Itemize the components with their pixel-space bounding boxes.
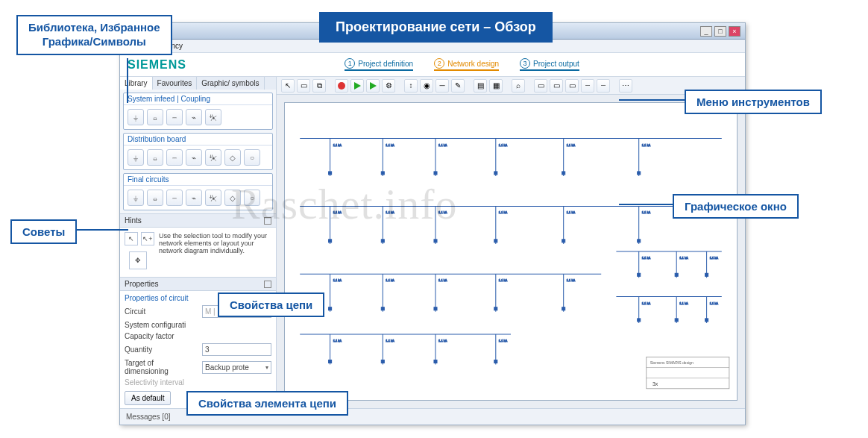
rect2-icon[interactable]: ▭	[550, 79, 563, 93]
step-number-icon: 3	[520, 58, 530, 69]
grid-icon[interactable]: ▦	[489, 79, 503, 93]
window-maximize-button[interactable]: □	[714, 26, 726, 37]
branch-icon[interactable]: ↕	[404, 79, 418, 93]
svg-rect-43	[638, 240, 641, 243]
library-symbol-icon[interactable]: ⏛	[147, 109, 163, 125]
svg-text:1.1 kA: 1.1 kA	[386, 339, 394, 342]
settings-icon[interactable]: ⚙	[382, 79, 395, 93]
edit-icon[interactable]: ✎	[451, 79, 465, 93]
svg-point-0	[338, 82, 345, 90]
library-symbol-icon[interactable]: ⏛	[147, 149, 163, 166]
cursor-icon[interactable]: ↖	[281, 79, 295, 93]
library-symbol-icon[interactable]: ⌁	[186, 109, 202, 125]
svg-text:1.1 kA: 1.1 kA	[333, 339, 342, 342]
svg-rect-31	[381, 240, 384, 243]
properties-title-text: Properties	[125, 280, 159, 288]
play-icon[interactable]	[350, 79, 364, 93]
network-diagram: 1.1 kA1.1 kA1.1 kA1.1 kA1.1 kA1.1 kA1.1 …	[285, 103, 737, 400]
library-symbol-icon[interactable]: ○	[244, 149, 260, 166]
library-symbol-icon[interactable]: ⏧	[205, 149, 221, 166]
svg-rect-61	[329, 360, 332, 363]
library-icons-row: ⏚⏛⎓⌁⏧◇○	[124, 186, 272, 210]
library-symbol-icon[interactable]: ⏚	[128, 109, 144, 125]
pin-icon[interactable]	[264, 281, 271, 288]
hints-panel-title: Hints	[120, 213, 276, 228]
play2-icon[interactable]	[366, 79, 380, 93]
svg-text:1.1 kA: 1.1 kA	[642, 256, 651, 260]
window-minimize-button[interactable]: _	[700, 26, 712, 37]
step-number-icon: 2	[434, 58, 444, 69]
node-icon[interactable]: ◉	[420, 79, 433, 93]
status-messages: Messages [0]	[126, 413, 170, 421]
step-label: Project definition	[358, 60, 413, 68]
prop-label-sysconf: System configurati	[125, 321, 199, 329]
library-icons-row: ⏚⏛⎓⌁⏧◇○	[124, 146, 272, 169]
drawing-sheet[interactable]: 1.1 kA1.1 kA1.1 kA1.1 kA1.1 kA1.1 kA1.1 …	[284, 102, 738, 401]
library-tab[interactable]: Graphic/ symbols	[197, 77, 264, 90]
svg-text:1.1 kA: 1.1 kA	[710, 301, 719, 305]
rect3-icon[interactable]: ▭	[565, 79, 579, 93]
svg-text:1.1 kA: 1.1 kA	[642, 301, 651, 305]
cursor-icon: ↖	[125, 232, 138, 245]
zoom-icon[interactable]: ⌕	[512, 79, 525, 93]
callout-line	[127, 58, 128, 103]
library-symbol-icon[interactable]: ⏛	[147, 190, 163, 206]
svg-text:3x: 3x	[652, 381, 658, 387]
callout-circuit-props: Свойства цепи	[218, 292, 324, 317]
svg-text:1.1 kA: 1.1 kA	[567, 211, 576, 215]
library-symbol-icon[interactable]: ⏧	[205, 190, 221, 206]
library-symbol-icon[interactable]: ◇	[224, 190, 241, 206]
svg-rect-22	[562, 172, 565, 175]
svg-text:1.1 kA: 1.1 kA	[438, 143, 447, 147]
copy-icon[interactable]: ⧉	[312, 79, 326, 93]
svg-rect-55	[494, 307, 497, 310]
library-symbol-icon[interactable]: ⌁	[186, 149, 202, 166]
svg-rect-85	[675, 319, 678, 322]
line-icon[interactable]: ─	[435, 79, 449, 93]
workflow-step-1[interactable]: 1Project definition	[345, 58, 413, 71]
library-symbol-icon[interactable]: ⎓	[166, 109, 183, 125]
svg-rect-16	[434, 172, 437, 175]
prop-field-quantity[interactable]: 3	[202, 343, 271, 356]
toolbar-separator	[397, 79, 402, 93]
workflow-step-3[interactable]: 3Project output	[520, 58, 579, 71]
svg-rect-25	[638, 172, 641, 175]
rect-icon[interactable]: ▭	[534, 79, 547, 93]
library-symbol-icon[interactable]: ⏧	[205, 109, 221, 125]
as-default-button[interactable]: As default	[125, 391, 171, 405]
svg-rect-82	[638, 319, 641, 322]
library-tab[interactable]: Library	[120, 77, 153, 90]
select-icon[interactable]: ▭	[297, 79, 310, 93]
library-symbol-icon[interactable]: ⏚	[128, 190, 144, 206]
pin-icon[interactable]	[264, 217, 271, 225]
dash-icon[interactable]: ┄	[581, 79, 594, 93]
library-tab[interactable]: Favourites	[153, 77, 198, 90]
svg-text:1.1 kA: 1.1 kA	[679, 256, 688, 260]
svg-text:1.1 kA: 1.1 kA	[642, 211, 651, 215]
svg-text:1.1 kA: 1.1 kA	[499, 339, 508, 342]
library-symbol-icon[interactable]: ○	[244, 190, 260, 206]
prop-field-target[interactable]: Backup prote	[202, 361, 271, 374]
step-label: Network design	[447, 60, 499, 68]
dash2-icon[interactable]: ┄	[597, 79, 610, 93]
svg-text:1.1 kA: 1.1 kA	[499, 211, 508, 215]
library-group-title: Distribution board	[124, 134, 272, 146]
svg-text:1.1 kA: 1.1 kA	[499, 143, 508, 147]
step-number-icon: 1	[345, 58, 355, 69]
library-symbol-icon[interactable]: ⌁	[186, 190, 202, 206]
stop-icon[interactable]	[335, 79, 348, 93]
canvas-scroll[interactable]: 1.1 kA1.1 kA1.1 kA1.1 kA1.1 kA1.1 kA1.1 …	[277, 95, 745, 408]
more-icon[interactable]: ⋯	[619, 79, 632, 93]
svg-text:1.1 kA: 1.1 kA	[567, 143, 576, 147]
svg-rect-49	[381, 307, 384, 310]
step-label: Project output	[533, 60, 579, 68]
library-symbol-icon[interactable]: ⎓	[166, 149, 183, 166]
library-symbol-icon[interactable]: ◇	[224, 149, 241, 166]
svg-rect-76	[675, 273, 678, 276]
window-close-button[interactable]: ×	[729, 26, 740, 37]
svg-rect-70	[494, 360, 497, 363]
library-symbol-icon[interactable]: ⎓	[166, 190, 183, 206]
library-symbol-icon[interactable]: ⏚	[128, 149, 144, 166]
measure-icon[interactable]: ▤	[474, 79, 487, 93]
workflow-step-2[interactable]: 2Network design	[434, 58, 499, 71]
